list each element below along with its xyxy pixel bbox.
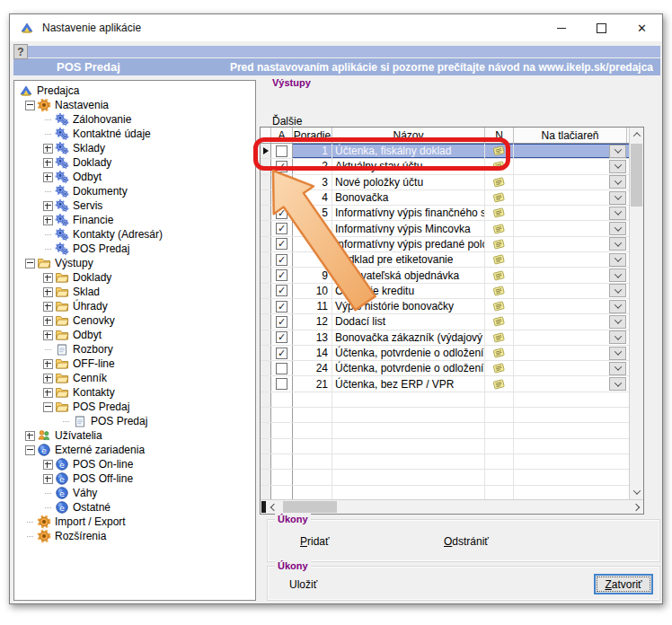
table-row[interactable]: ✓14Účtenka, potvrdenie o odložení xyxy=(261,346,629,361)
printer-dropdown[interactable] xyxy=(609,300,626,313)
tree-item[interactable]: Nastavenia xyxy=(14,98,255,112)
printer-dropdown[interactable] xyxy=(609,222,626,235)
grid-corner-header[interactable] xyxy=(261,128,271,143)
note-icon[interactable] xyxy=(492,378,506,391)
printer-dropdown[interactable] xyxy=(609,315,626,329)
note-icon[interactable] xyxy=(492,362,506,374)
tree-item[interactable]: POS Predaj xyxy=(14,242,255,256)
table-row[interactable]: ✓3Nové položky účtu xyxy=(261,175,629,190)
tree-item[interactable]: Kontakty xyxy=(14,385,255,400)
printer-dropdown[interactable] xyxy=(609,160,626,173)
note-icon[interactable] xyxy=(492,223,506,235)
tree-item[interactable]: POS Predaj xyxy=(14,400,255,414)
printer-dropdown[interactable] xyxy=(609,284,626,297)
tree-item[interactable]: Odbyt xyxy=(14,170,255,184)
active-checkbox[interactable]: ✓ xyxy=(276,223,287,234)
active-checkbox[interactable] xyxy=(276,145,287,157)
active-checkbox[interactable]: ✓ xyxy=(276,316,287,328)
tree-item[interactable]: Užívatelia xyxy=(14,428,255,443)
printer-dropdown[interactable] xyxy=(609,207,626,220)
note-icon[interactable] xyxy=(492,253,506,266)
scroll-right-button[interactable] xyxy=(629,500,643,514)
tree-item[interactable]: Import / Export xyxy=(14,515,255,529)
note-icon[interactable] xyxy=(492,160,506,172)
horizontal-scroll-thumb[interactable] xyxy=(283,501,337,513)
collapse-icon[interactable] xyxy=(25,259,35,268)
expand-icon[interactable] xyxy=(43,158,53,168)
expand-icon[interactable] xyxy=(43,316,53,326)
table-row[interactable]: ✓2Aktuálny stav účtu xyxy=(261,159,629,174)
active-checkbox[interactable]: ✓ xyxy=(276,207,287,219)
tree-item[interactable]: ePOS Off-line xyxy=(14,471,255,486)
table-row[interactable]: ✓7Informatívny výpis predané položk xyxy=(261,237,629,252)
tree-item[interactable]: Cenník xyxy=(14,371,255,385)
maximize-button[interactable] xyxy=(581,14,622,41)
active-checkbox[interactable]: ✓ xyxy=(276,331,287,343)
printer-dropdown[interactable] xyxy=(609,362,626,375)
table-row[interactable]: ✓12Dodací list xyxy=(261,314,629,330)
close-button[interactable]: ✕ xyxy=(622,14,662,41)
tree-item[interactable]: Sklad xyxy=(14,285,255,299)
note-icon[interactable] xyxy=(492,347,506,359)
horizontal-scrollbar[interactable] xyxy=(261,499,643,514)
table-row[interactable]: ✓8Podklad pre etiketovanie xyxy=(261,252,629,268)
note-icon[interactable] xyxy=(492,207,506,219)
tree-item[interactable]: Rozšírenia xyxy=(14,529,255,543)
printer-dropdown[interactable] xyxy=(609,347,626,360)
printer-dropdown[interactable] xyxy=(609,145,626,158)
expand-icon[interactable] xyxy=(25,431,35,441)
printer-dropdown[interactable] xyxy=(609,191,626,205)
scroll-left-button[interactable] xyxy=(267,500,281,514)
printer-dropdown[interactable] xyxy=(609,175,626,189)
tree-item[interactable]: Výstupy xyxy=(14,256,255,270)
tree-item[interactable]: eVáhy xyxy=(14,486,255,500)
tree-item[interactable]: POS Predaj xyxy=(14,414,255,428)
expand-icon[interactable] xyxy=(43,359,53,369)
expand-icon[interactable] xyxy=(43,172,53,182)
title-bar[interactable]: Nastavenie aplikácie ✕ xyxy=(10,14,662,41)
active-checkbox[interactable]: ✓ xyxy=(276,254,287,266)
tree-item[interactable]: Servis xyxy=(14,198,255,213)
expand-icon[interactable] xyxy=(43,302,53,312)
active-checkbox[interactable] xyxy=(276,378,287,390)
table-row[interactable]: ✓4Bonovačka xyxy=(261,190,629,206)
tree-item[interactable]: Sklady xyxy=(14,141,255,155)
table-row[interactable]: 24Účtenka, potvrdenie o odložení - p xyxy=(261,361,629,376)
tree-item[interactable]: eOstatné xyxy=(14,500,255,515)
remove-button[interactable]: Odstrániť xyxy=(444,535,489,548)
column-header-1[interactable]: A xyxy=(271,128,293,143)
expand-icon[interactable] xyxy=(43,374,53,383)
tree-item[interactable]: Financie xyxy=(14,213,255,227)
table-row[interactable]: ✓13Bonovačka zákazník (výdajový lís xyxy=(261,330,629,346)
active-checkbox[interactable]: ✓ xyxy=(276,348,287,359)
tree-item[interactable]: Odbyt xyxy=(14,328,255,342)
table-row[interactable]: 1Účtenka, fiskálny doklad xyxy=(261,144,629,159)
vertical-scrollbar[interactable] xyxy=(629,128,643,499)
expand-icon[interactable] xyxy=(43,287,53,297)
active-checkbox[interactable]: ✓ xyxy=(276,192,287,204)
active-checkbox[interactable]: ✓ xyxy=(276,301,287,312)
active-checkbox[interactable]: ✓ xyxy=(276,176,287,188)
expand-icon[interactable] xyxy=(43,330,53,340)
collapse-icon[interactable] xyxy=(25,101,35,110)
tree-item[interactable]: ePOS On-line xyxy=(14,457,255,471)
active-checkbox[interactable]: ✓ xyxy=(276,285,287,296)
printer-dropdown[interactable] xyxy=(609,377,626,391)
active-checkbox[interactable] xyxy=(276,363,287,374)
note-icon[interactable] xyxy=(492,238,506,251)
expand-icon[interactable] xyxy=(43,216,53,225)
tree-item[interactable]: Kontaktné údaje xyxy=(14,127,255,141)
expand-icon[interactable] xyxy=(43,474,53,484)
printer-dropdown[interactable] xyxy=(609,253,626,267)
printer-dropdown[interactable] xyxy=(609,237,626,251)
tree-item[interactable]: Dokumenty xyxy=(14,184,255,198)
save-button[interactable]: Uložiť xyxy=(289,578,317,591)
tree-item[interactable]: Cenovky xyxy=(14,313,255,328)
note-icon[interactable] xyxy=(492,315,506,328)
expand-icon[interactable] xyxy=(43,273,53,283)
tree-item[interactable]: Doklady xyxy=(14,270,255,285)
column-header-2[interactable]: Poradie xyxy=(293,128,332,143)
active-checkbox[interactable]: ✓ xyxy=(276,269,287,281)
printer-dropdown[interactable] xyxy=(609,268,626,282)
tree-item[interactable]: Rozbory xyxy=(14,342,255,357)
